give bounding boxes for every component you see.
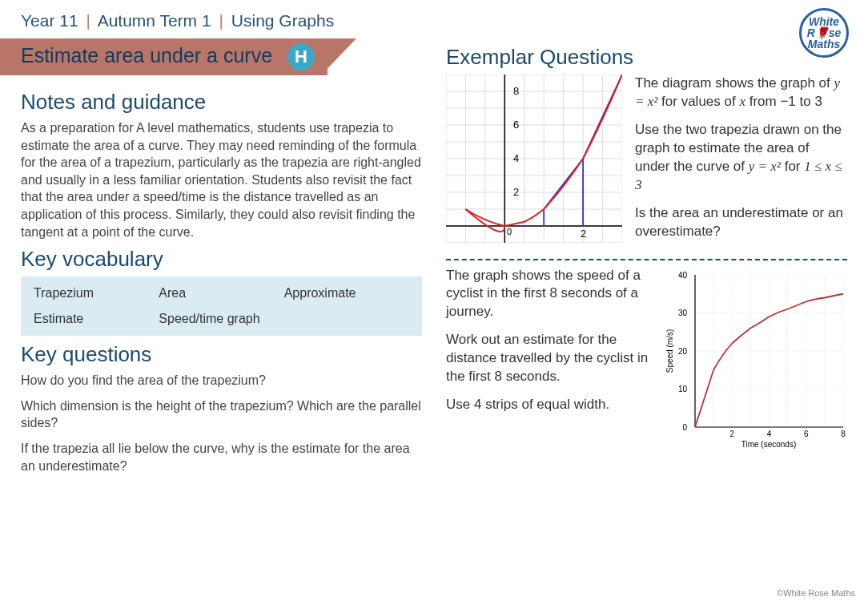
- ytick: 2: [513, 186, 519, 198]
- xtick: 8: [841, 430, 846, 438]
- ytick: 0: [682, 423, 687, 432]
- copyright: ©White Rose Maths: [777, 588, 855, 598]
- breadcrumb-sep: |: [219, 11, 223, 30]
- difficulty-badge: H: [287, 43, 315, 71]
- vocab-box: Trapezium Area Approximate Estimate Spee…: [21, 276, 422, 336]
- key-question: How do you find the area of the trapeziu…: [21, 372, 422, 389]
- key-questions-heading: Key questions: [21, 342, 422, 367]
- vocab-term: Trapezium: [34, 286, 159, 300]
- banner-title: Estimate area under a curve: [21, 44, 272, 67]
- breadcrumb-year: Year 11: [21, 11, 78, 30]
- ylabel: Speed (m/s): [665, 329, 674, 372]
- ytick: 10: [678, 385, 688, 393]
- breadcrumb-topic: Using Graphs: [231, 11, 334, 30]
- vocab-heading: Key vocabulary: [21, 247, 422, 272]
- notes-body: As a preparation for A level mathematics…: [21, 119, 422, 240]
- right-column: Exemplar Questions: [446, 83, 847, 482]
- notes-heading: Notes and guidance: [21, 90, 422, 115]
- graph-y-equals-x-squared: 8 6 4 2 0 2: [446, 75, 622, 243]
- xtick: 4: [767, 430, 772, 438]
- ytick: 8: [513, 85, 519, 97]
- origin-label: 0: [507, 227, 512, 236]
- left-column: Notes and guidance As a preparation for …: [21, 83, 422, 482]
- vocab-term: [284, 312, 409, 326]
- ytick: 40: [678, 271, 688, 280]
- exemplar-heading: Exemplar Questions: [446, 45, 847, 70]
- ytick: 4: [513, 152, 519, 164]
- ytick: 6: [513, 119, 519, 131]
- key-question: Which dimension is the height of the tra…: [21, 397, 422, 432]
- breadcrumb: Year 11 | Autumn Term 1 | Using Graphs: [0, 0, 868, 38]
- logo-white-rose-maths: White R🌹se Maths: [799, 8, 849, 58]
- vocab-term: Area: [159, 286, 283, 300]
- vocab-term: Approximate: [284, 286, 409, 300]
- graph-speed-time: 0 10 20 30 40 2 4 6 8 Time (seconds) Spe…: [663, 267, 847, 451]
- xtick: 6: [804, 430, 809, 438]
- xlabel: Time (seconds): [741, 440, 797, 449]
- ytick: 20: [678, 347, 688, 356]
- xtick: 2: [581, 228, 586, 240]
- lesson-banner: Estimate area under a curve H: [0, 38, 328, 75]
- breadcrumb-term: Autumn Term 1: [98, 11, 211, 30]
- breadcrumb-sep: |: [86, 11, 90, 30]
- question-2-text: The graph shows the speed of a cyclist i…: [446, 267, 650, 451]
- question-1-text: The diagram shows the graph of y = x² fo…: [635, 75, 847, 251]
- xtick: 2: [730, 430, 735, 438]
- key-question: If the trapezia all lie below the curve,…: [21, 440, 422, 474]
- question-1: 8 6 4 2 0 2 The diagram shows the graph …: [446, 75, 847, 251]
- vocab-term: Estimate: [34, 312, 159, 326]
- vocab-term: Speed/time graph: [159, 312, 283, 326]
- question-divider: [446, 259, 847, 260]
- question-2: The graph shows the speed of a cyclist i…: [446, 267, 847, 451]
- ytick: 30: [678, 309, 688, 317]
